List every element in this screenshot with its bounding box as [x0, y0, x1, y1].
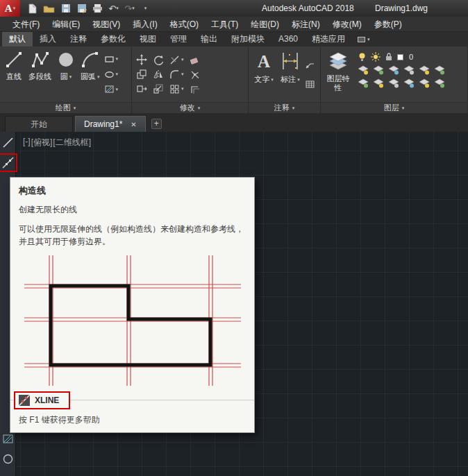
draw-panel-footer[interactable]: 绘图▾	[0, 102, 131, 113]
new-file-button[interactable]	[27, 2, 37, 15]
rectangle-tool-button[interactable]: ▾	[104, 54, 119, 65]
open-file-button[interactable]	[43, 2, 55, 15]
layer-properties-button[interactable]: 图层特性	[324, 48, 353, 101]
copy-tool-button[interactable]	[136, 69, 147, 80]
plot-button[interactable]	[92, 2, 103, 15]
layer-tool-button[interactable]	[373, 78, 384, 88]
ribbon-display-toggle[interactable]: ▾	[358, 32, 370, 46]
stretch-tool-button[interactable]	[136, 83, 147, 94]
line-icon	[5, 51, 23, 69]
offset-tool-button[interactable]	[190, 83, 200, 94]
ribbon-tab-manage[interactable]: 管理	[163, 32, 194, 46]
move-tool-button[interactable]	[136, 54, 147, 65]
svg-text:A: A	[258, 52, 270, 71]
ribbon-tab-a360[interactable]: A360	[271, 32, 305, 46]
chevron-down-icon: ▾	[116, 6, 119, 11]
app-menu-button[interactable]: A ▾	[0, 0, 20, 17]
menu-item-draw[interactable]: 绘图(D)	[244, 17, 285, 32]
file-tab-start[interactable]: 开始	[5, 116, 73, 132]
layer-tool-button[interactable]	[419, 78, 430, 88]
ribbon-tab-featured-apps[interactable]: 精选应用	[305, 32, 352, 46]
ribbon-tab-home[interactable]: 默认	[2, 32, 33, 46]
offset-icon	[190, 84, 200, 94]
title-bar: A ▾ ↶▾ ↷▾ ▾ Autodesk AutoCAD 2018 Drawin…	[0, 0, 468, 17]
chevron-down-icon: ▾	[74, 105, 76, 111]
circle-tool-button[interactable]: 圆▾	[55, 48, 77, 101]
menu-bar: 文件(F) 编辑(E) 视图(V) 插入(I) 格式(O) 工具(T) 绘图(D…	[0, 17, 468, 32]
layer-tool-button[interactable]	[419, 65, 430, 75]
trim-tool-button[interactable]: ▾	[169, 54, 184, 65]
quick-access-toolbar: ↶▾ ↷▾ ▾	[27, 0, 151, 17]
line-tool-button[interactable]: 直线	[3, 48, 25, 101]
array-tool-button[interactable]: ▾	[169, 83, 184, 94]
menu-item-dimension[interactable]: 标注(N)	[285, 17, 326, 32]
modify-panel-footer[interactable]: 修改▾	[132, 102, 248, 113]
table-tool-button[interactable]	[305, 79, 315, 90]
menu-item-parametric[interactable]: 参数(P)	[368, 17, 408, 32]
layer-tool-button[interactable]	[388, 65, 399, 75]
layer-tool-button[interactable]	[403, 78, 415, 88]
redo-button[interactable]: ↷▾	[124, 2, 135, 15]
construction-line-toolbar-button[interactable]	[2, 157, 14, 169]
layer-tool-button[interactable]	[358, 65, 369, 75]
fillet-tool-button[interactable]: ▾	[169, 69, 184, 80]
menu-item-modify[interactable]: 修改(M)	[326, 17, 368, 32]
menu-item-format[interactable]: 格式(O)	[164, 17, 205, 32]
ribbon-tab-parametric[interactable]: 参数化	[94, 32, 133, 46]
tooltip-footer: XLINE 按 F1 键获得更多帮助	[19, 391, 246, 426]
menu-item-insert[interactable]: 插入(I)	[126, 17, 163, 32]
menu-item-edit[interactable]: 编辑(E)	[46, 17, 86, 32]
mirror-tool-button[interactable]	[153, 69, 164, 80]
ellipse-tool-button[interactable]: ▾	[104, 69, 119, 80]
rotate-icon	[153, 54, 164, 65]
file-tab-drawing1[interactable]: Drawing1* ✕	[75, 116, 146, 132]
ribbon-tab-view[interactable]: 视图	[133, 32, 163, 46]
hatch-tool-button[interactable]: ▾	[104, 84, 119, 94]
qat-customize-button[interactable]: ▾	[140, 2, 151, 15]
undo-icon: ↶	[108, 3, 116, 14]
hatch-toolbar-button[interactable]	[2, 433, 14, 445]
leader-tool-button[interactable]	[305, 59, 315, 69]
viewport-view-button[interactable]: [俯视]	[31, 137, 53, 148]
close-tab-icon[interactable]: ✕	[131, 121, 136, 128]
ribbon-tab-bar: 默认 插入 注释 参数化 视图 管理 输出 附加模块 A360 精选应用 ▾	[0, 32, 468, 46]
drawing-canvas[interactable]: [-] [俯视] [二维线框] 构造线 创建无限长的线 可以使用无限延伸的线（例…	[0, 132, 468, 476]
save-button[interactable]	[60, 2, 71, 15]
dimension-tool-button[interactable]: 标注▾	[278, 48, 303, 101]
layer-tool-button[interactable]	[388, 78, 399, 88]
printer-icon	[92, 3, 103, 13]
ribbon-tab-output[interactable]: 输出	[194, 32, 224, 46]
layer-color-swatch	[397, 54, 403, 60]
layer-tool-button[interactable]	[373, 65, 384, 75]
stretch-icon	[136, 83, 147, 94]
modify-panel-tools: ▾ ▾ ▾	[132, 46, 204, 102]
arc-tool-button[interactable]: 圆弧▾	[78, 48, 102, 101]
layer-tool-button[interactable]	[358, 78, 369, 88]
text-tool-button[interactable]: A 文字▾	[251, 48, 276, 101]
ribbon-tab-insert[interactable]: 插入	[33, 32, 63, 46]
explode-tool-button[interactable]	[190, 69, 200, 80]
menu-item-tools[interactable]: 工具(T)	[205, 17, 244, 32]
rotate-tool-button[interactable]	[153, 54, 164, 65]
viewport-menu-button[interactable]: [-]	[23, 137, 31, 148]
layers-panel-footer[interactable]: 图层▾	[321, 102, 467, 113]
layer-dropdown[interactable]: 0	[358, 52, 461, 62]
menu-item-file[interactable]: 文件(F)	[6, 17, 46, 32]
save-disk-icon	[61, 3, 71, 13]
ribbon-tab-addins[interactable]: 附加模块	[224, 32, 271, 46]
layer-tool-button[interactable]	[434, 78, 445, 88]
menu-item-view[interactable]: 视图(V)	[86, 17, 126, 32]
erase-tool-button[interactable]	[190, 54, 200, 65]
layer-tool-button[interactable]	[403, 65, 415, 75]
save-as-button[interactable]	[76, 2, 87, 15]
layer-tool-button[interactable]	[434, 65, 445, 75]
viewport-visual-style-button[interactable]: [二维线框]	[53, 137, 91, 148]
scale-tool-button[interactable]	[153, 83, 164, 94]
annotation-panel-footer[interactable]: 注释▾	[249, 102, 320, 113]
line-toolbar-button[interactable]	[2, 137, 14, 148]
region-toolbar-button[interactable]	[2, 453, 14, 465]
new-tab-button[interactable]: +	[151, 119, 162, 129]
ribbon-tab-annotate[interactable]: 注释	[63, 32, 94, 46]
undo-button[interactable]: ↶▾	[108, 2, 119, 15]
polyline-tool-button[interactable]: 多段线	[26, 48, 53, 101]
